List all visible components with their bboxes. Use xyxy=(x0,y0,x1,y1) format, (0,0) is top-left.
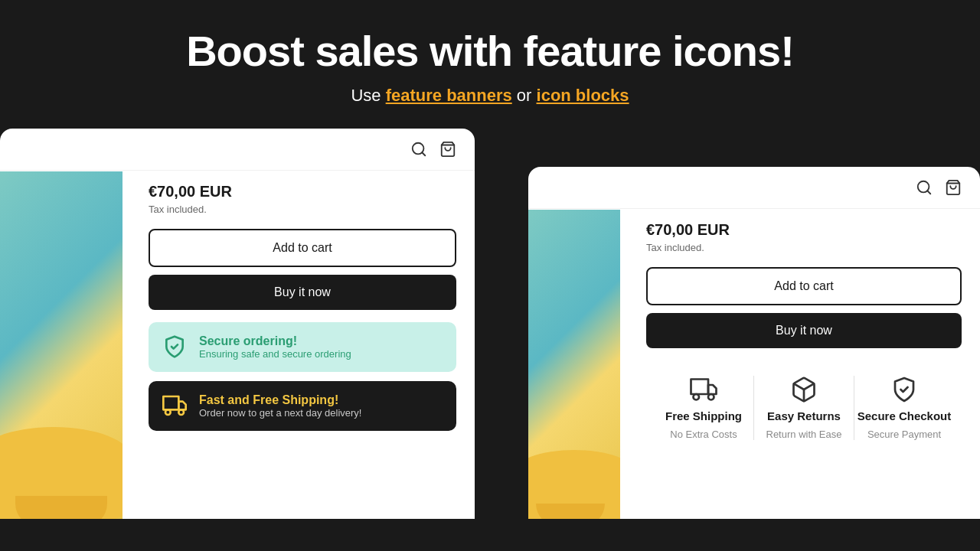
tax-left: Tax included. xyxy=(149,204,456,215)
easy-returns-sub: Return with Ease xyxy=(766,429,842,440)
banner1-text: Secure ordering! Ensuring safe and secur… xyxy=(199,334,351,360)
svg-rect-10 xyxy=(691,379,709,394)
card-left-header xyxy=(0,129,475,171)
sub-title-middle: or xyxy=(517,86,537,105)
banner2-sub: Order now to get a next day delivery! xyxy=(199,407,361,419)
shield-check-icon xyxy=(162,334,187,359)
card-left: €70,00 EUR Tax included. Add to cart Buy… xyxy=(0,129,475,519)
search-icon-right xyxy=(916,179,933,196)
tax-right: Tax included. xyxy=(646,242,962,253)
sub-title: Use feature banners or icon blocks xyxy=(15,86,965,106)
sub-title-prefix: Use xyxy=(351,86,385,105)
secure-ordering-banner: Secure ordering! Ensuring safe and secur… xyxy=(149,322,456,372)
secure-checkout-sub: Secure Payment xyxy=(867,429,941,440)
banner1-sub: Ensuring safe and secure ordering xyxy=(199,348,351,360)
product-image-left xyxy=(0,171,122,519)
svg-marker-4 xyxy=(178,402,185,410)
price-right: €70,00 EUR xyxy=(646,221,962,239)
buy-now-button-left[interactable]: Buy it now xyxy=(149,275,456,310)
card-right: €70,00 EUR Tax included. Add to cart Buy… xyxy=(528,167,980,519)
banner1-title: Secure ordering! xyxy=(199,334,351,348)
free-shipping-block: Free Shipping No Extra Costs xyxy=(654,376,753,440)
header-section: Boost sales with feature icons! Use feat… xyxy=(0,0,980,129)
svg-line-1 xyxy=(422,152,425,155)
secure-checkout-title: Secure Checkout xyxy=(858,409,952,422)
cart-button-left[interactable] xyxy=(439,141,456,158)
shield-icon-block xyxy=(890,376,918,403)
svg-rect-3 xyxy=(163,396,178,409)
card-right-header xyxy=(528,167,980,209)
banner2-title: Fast and Free Shipping! xyxy=(199,393,361,407)
truck-icon xyxy=(162,393,187,418)
card-right-content: €70,00 EUR Tax included. Add to cart Buy… xyxy=(628,209,980,460)
search-button-right[interactable] xyxy=(916,179,933,196)
feature-banners-link[interactable]: feature banners xyxy=(386,86,512,105)
easy-returns-title: Easy Returns xyxy=(767,409,841,422)
cart-button-right[interactable] xyxy=(945,179,962,196)
add-to-cart-button-right[interactable]: Add to cart xyxy=(646,267,962,305)
card-left-content: €70,00 EUR Tax included. Add to cart Buy… xyxy=(130,171,475,443)
price-left: €70,00 EUR xyxy=(149,183,456,201)
cart-icon xyxy=(439,141,456,158)
add-to-cart-button-left[interactable]: Add to cart xyxy=(149,229,456,267)
easy-returns-block: Easy Returns Return with Ease xyxy=(754,376,854,440)
svg-line-8 xyxy=(927,191,930,194)
svg-point-12 xyxy=(694,394,700,400)
svg-point-6 xyxy=(178,409,184,415)
banner2-text: Fast and Free Shipping! Order now to get… xyxy=(199,393,361,419)
buy-now-button-right[interactable]: Buy it now xyxy=(646,313,962,348)
main-title: Boost sales with feature icons! xyxy=(15,28,965,75)
svg-point-5 xyxy=(165,409,171,415)
product-image-right xyxy=(528,210,620,519)
returns-icon-block xyxy=(790,376,818,403)
search-icon xyxy=(410,141,427,158)
free-shipping-sub: No Extra Costs xyxy=(670,429,737,440)
svg-marker-11 xyxy=(708,385,717,394)
cart-icon-right xyxy=(945,179,962,196)
svg-point-13 xyxy=(708,394,714,400)
icon-blocks-link[interactable]: icon blocks xyxy=(537,86,629,105)
truck-icon-block xyxy=(690,376,717,403)
cards-container: €70,00 EUR Tax included. Add to cart Buy… xyxy=(0,129,980,519)
search-button-left[interactable] xyxy=(410,141,427,158)
fast-shipping-banner: Fast and Free Shipping! Order now to get… xyxy=(149,381,456,431)
secure-checkout-block: Secure Checkout Secure Payment xyxy=(854,376,954,440)
icon-blocks-row: Free Shipping No Extra Costs Easy Return… xyxy=(646,360,962,448)
free-shipping-title: Free Shipping xyxy=(665,409,742,422)
